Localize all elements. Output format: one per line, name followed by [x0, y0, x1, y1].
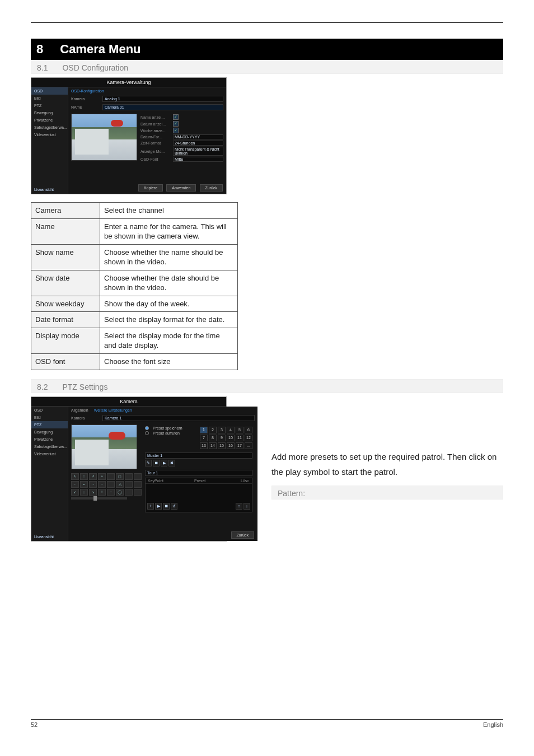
muster-row: Muster 1 ✎⏹▶✖ — [145, 452, 252, 468]
subsection-title-ptz: PTZ Settings — [62, 382, 107, 391]
btn-apply[interactable]: Anwenden — [166, 184, 196, 192]
cell-v-showdate: Choose whether the date should be shown … — [100, 270, 238, 296]
input-camera-name[interactable]: Camera 01 — [102, 104, 223, 110]
tabs-row: OSD-Konfiguration — [68, 87, 226, 95]
sidebar-liveview[interactable]: Liveansicht — [31, 185, 68, 194]
camera-preview — [71, 114, 137, 161]
logo-overlay — [109, 432, 125, 440]
right-paragraph: Add more presets to set up the required … — [271, 449, 503, 480]
ptz-dpad[interactable]: ↖↑↗+ ◻ ←•→− △ ↙↓↘+−◯ — [71, 473, 139, 496]
osd-fields: Name anzei...✓ Datum anzei...✓ Woche anz… — [140, 114, 223, 162]
sidebar-item-sabotage[interactable]: Sabotageüberwa... — [31, 124, 68, 131]
subsection-pattern: Pattern: — [271, 486, 503, 500]
sidebar-item-ptz[interactable]: PTZ — [31, 421, 68, 428]
label-kamera: Kamera — [71, 416, 99, 420]
cell-k-dateformat: Date format — [31, 312, 100, 328]
label-preset-call[interactable]: Preset aufrufen — [153, 431, 192, 435]
cell-k-showname: Show name — [31, 244, 100, 270]
cell-k-name: Name — [31, 218, 100, 244]
tab-osd-config[interactable]: OSD-Konfiguration — [71, 89, 104, 93]
ptz-tabs: Allgemein Weitere Einstellungen — [68, 407, 257, 414]
section-camera-menu: 8 Camera Menu — [31, 39, 503, 60]
cell-k-osdfont: OSD font — [31, 354, 100, 370]
section-title: Camera Menu — [60, 42, 140, 57]
tour-row: Tour 1 KeyPoint Preset Lösc — [145, 470, 252, 512]
ptz-camera-preview — [71, 424, 137, 469]
screenshot-title: Kamera-Verwaltung — [31, 78, 226, 87]
cell-v-showname: Choose whether the name should be shown … — [100, 244, 238, 270]
lbl-osd-font: OSD-Font — [140, 157, 173, 161]
btn-back-ptz[interactable]: Zurück — [231, 531, 254, 539]
screenshot-ptz-title: Kamera — [31, 397, 226, 407]
sel-osd-font[interactable]: Mitte — [173, 157, 223, 162]
screenshot-ptz: Kamera OSD Bild PTZ Bewegung Privatzone … — [31, 396, 227, 542]
cell-v-name: Enter a name for the camera. This will b… — [100, 218, 238, 244]
tour-table: KeyPoint Preset Lösc +▶⏹↺ ↑↓ — [145, 478, 252, 512]
footer-page-number: 52 — [31, 721, 38, 728]
page-footer: 52 English — [31, 719, 503, 728]
tour-icons-right[interactable]: ↑↓ — [236, 502, 250, 511]
btn-back[interactable]: Zurück — [200, 184, 223, 192]
sidebar-item-videoverlust[interactable]: Videoverlust — [31, 450, 68, 458]
cell-k-camera: Camera — [31, 203, 100, 219]
chk-week-show[interactable]: ✓ — [173, 128, 179, 133]
section-number: 8 — [36, 42, 43, 57]
lbl-name-show: Name anzei... — [140, 115, 173, 119]
sidebar-liveview[interactable]: Liveansicht — [31, 533, 68, 541]
sidebar-item-bild[interactable]: Bild — [31, 414, 68, 421]
cell-v-displaymode: Select the display mode for the time and… — [100, 328, 238, 353]
tour-icons-left[interactable]: +▶⏹↺ — [147, 502, 177, 511]
sidebar-item-osd[interactable]: OSD — [31, 87, 68, 95]
muster-icons[interactable]: ✎⏹▶✖ — [145, 459, 252, 468]
chk-name-show[interactable]: ✓ — [173, 114, 179, 120]
lbl-date-format: Datum-For... — [140, 135, 173, 139]
chk-date-show[interactable]: ✓ — [173, 121, 179, 127]
tab-allgemein[interactable]: Allgemein — [71, 408, 88, 412]
cell-v-camera: Select the channel — [100, 203, 238, 219]
th-preset: Preset — [192, 478, 238, 483]
lbl-week-show: Woche anze... — [140, 129, 173, 133]
screenshot-osd-config: Kamera-Verwaltung OSD Bild PTZ Bewegung … — [31, 77, 227, 194]
sidebar-item-osd[interactable]: OSD — [31, 407, 68, 414]
cell-v-dateformat: Select the display format for the date. — [100, 312, 238, 328]
btn-copy[interactable]: Kopiere — [138, 184, 163, 192]
preset-num-grid[interactable]: 123456 789101112 1314151617... — [200, 426, 252, 449]
lbl-date-show: Datum anzei... — [140, 122, 173, 126]
label-kamera: Kamera — [71, 97, 99, 101]
subsection-osd-config: 8.1 OSD Configuration — [31, 60, 503, 74]
sidebar-item-bewegung[interactable]: Bewegung — [31, 428, 68, 436]
sidebar-item-ptz[interactable]: PTZ — [31, 102, 68, 109]
select-kamera-ptz[interactable]: Kamera 1 — [102, 415, 255, 421]
radio-call-preset-icon — [145, 431, 149, 435]
sidebar-item-bewegung[interactable]: Bewegung — [31, 109, 68, 116]
tab-weitere[interactable]: Weitere Einstellungen — [94, 408, 132, 412]
sidebar-item-privatzone[interactable]: Privatzone — [31, 436, 68, 443]
cell-k-showdate: Show date — [31, 270, 100, 296]
label-preset-save[interactable]: Preset speichern — [153, 426, 192, 430]
subsection-number-ptz: 8.2 — [37, 382, 48, 391]
sidebar-item-sabotage[interactable]: Sabotageüberwa... — [31, 443, 68, 450]
lbl-time-format: Zeit-Format — [140, 141, 173, 145]
select-kamera[interactable]: Analog 1 — [102, 96, 223, 102]
sidebar-item-videoverlust[interactable]: Videoverlust — [31, 131, 68, 138]
select-tour[interactable]: Tour 1 — [145, 470, 252, 476]
header-rule — [31, 22, 503, 23]
sidebar-item-privatzone[interactable]: Privatzone — [31, 116, 68, 124]
select-muster[interactable]: Muster 1 — [145, 452, 252, 459]
cell-v-showweek: Show the day of the week. — [100, 296, 238, 312]
th-keypoint: KeyPoint — [146, 478, 192, 483]
sel-date-format[interactable]: MM-DD-YYYY — [173, 134, 223, 139]
osd-param-table: CameraSelect the channel NameEnter a nam… — [31, 202, 238, 370]
lbl-display-mode: Anzeige-Mo... — [140, 150, 173, 153]
pattern-title: Pattern: — [278, 489, 305, 498]
ptz-controls: ↖↑↗+ ◻ ←•→− △ ↙↓↘+−◯ — [71, 472, 139, 500]
subsection-number: 8.1 — [37, 63, 48, 72]
cell-v-osdfont: Choose the font size — [100, 354, 238, 370]
ptz-sidebar: OSD Bild PTZ Bewegung Privatzone Sabotag… — [31, 407, 68, 541]
sidebar-item-bild[interactable]: Bild — [31, 95, 68, 102]
sel-display-mode[interactable]: Nicht Transparent & Nicht Blinken — [173, 147, 223, 156]
ptz-speed-slider[interactable] — [71, 497, 127, 500]
subsection-title: OSD Configuration — [62, 63, 128, 72]
subsection-ptz-settings: 8.2 PTZ Settings — [31, 379, 503, 393]
sel-time-format[interactable]: 24-Stunden — [173, 141, 223, 146]
